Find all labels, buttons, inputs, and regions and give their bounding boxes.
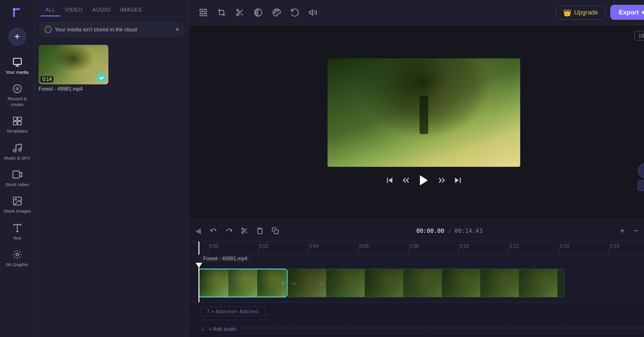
sidebar-item-graphics[interactable]: 08 Graphic [1,245,34,271]
delete-button[interactable] [252,224,267,238]
info-icon [44,26,52,33]
sidebar-item-graphics-label: 08 Graphic [6,262,28,267]
rotate-button[interactable] [286,4,303,21]
preview-right-controls: ? ▾ [638,163,644,191]
crop-button[interactable] [213,4,230,21]
tree-trunk-shape [420,95,428,134]
svg-rect-16 [200,9,202,12]
audio-button[interactable] [304,4,322,21]
upgrade-button[interactable]: 👑 Upgrade [556,5,605,20]
timeline-collapse-button[interactable]: ◀ [193,226,203,236]
skip-start-icon [384,175,395,186]
play-icon [417,174,431,187]
upgrade-label: Upgrade [574,9,598,16]
zoom-in-button[interactable]: + [617,225,628,237]
tab-video[interactable]: VIDEO [60,4,88,16]
video-preview [328,58,520,167]
media-item[interactable]: 0:14 Forest - 49981.mp4 [39,45,108,92]
sidebar-item-stock-video[interactable]: Stock video [1,165,34,191]
play-button[interactable] [417,174,431,187]
add-media-button[interactable]: + [9,28,26,45]
ruler-mark-6: 0:06 [358,243,408,253]
copy-button[interactable] [268,224,282,238]
sidebar-item-music-sfx[interactable]: Music & SFX [1,139,34,164]
cut-button[interactable] [237,224,251,238]
svg-point-31 [241,228,243,230]
sidebar-item-record-create[interactable]: Record &create [1,80,34,111]
rewind-icon [401,175,411,186]
undo-button[interactable] [206,224,221,238]
undo-icon [210,227,217,234]
svg-point-26 [274,12,275,13]
contrast-icon [254,8,263,17]
rewind-5s-button[interactable] [401,175,411,186]
sidebar-item-templates[interactable]: Templates [1,112,34,137]
color-icon [272,8,281,17]
svg-point-20 [237,9,239,12]
sidebar: + Your media Record &create Templates [0,0,35,337]
svg-point-9 [13,149,16,152]
forest-preview-image [328,58,520,167]
tab-all[interactable]: ALL [40,4,60,16]
video-clip-extended[interactable]: ♪♪ ♫ [288,269,565,297]
svg-line-34 [245,231,247,233]
video-clip-selected[interactable]: ♪♪ ♫ [198,269,288,297]
svg-rect-2 [13,58,21,65]
color-button[interactable] [268,4,285,21]
svg-rect-36 [274,230,278,234]
skip-to-end-button[interactable] [453,175,463,186]
rotate-icon [290,8,299,17]
sidebar-item-music-sfx-label: Music & SFX [4,155,30,161]
forward-icon [436,175,447,186]
help-button[interactable]: ? [638,163,644,178]
chevron-down-icon: ▾ [176,26,179,33]
tab-images[interactable]: IMAGES [115,4,147,16]
export-label: Export [619,9,639,16]
audio-track-row: ♫ + Add audio [189,320,644,337]
ruler-mark-2: 0:02 [258,243,308,253]
ruler-mark-16: 0:16 [609,243,644,253]
cloud-storage-banner[interactable]: Your media isn't stored in the cloud ▾ [39,22,184,37]
track-area: 0:00 0:02 0:04 0:06 [189,242,644,337]
svg-marker-29 [310,10,313,15]
sidebar-item-your-media-label: Your media [6,69,29,75]
sidebar-item-stock-images-label: Stock images [3,208,31,214]
ext-thumb-3 [365,269,404,297]
time-separator: / [447,228,454,234]
collapse-panel-button[interactable]: ▾ [638,180,644,191]
svg-point-13 [15,199,16,201]
ext-thumb-5 [442,269,481,297]
svg-point-28 [277,10,278,11]
svg-line-23 [241,13,243,15]
ext-audio-wave: ♫ [319,280,323,286]
main-area: 👑 Upgrade Export ▾ 16:9 [189,0,644,337]
contrast-button[interactable] [250,4,267,21]
sidebar-item-text[interactable]: Text [1,219,34,244]
trim-button[interactable] [231,4,249,21]
svg-line-24 [238,11,240,13]
crop-icon [217,8,226,17]
redo-button[interactable] [222,224,236,238]
aspect-ratio-badge[interactable]: 16:9 [634,31,644,40]
grid-icon [199,8,208,17]
tab-audio[interactable]: AUDIO [88,4,115,16]
skip-to-start-button[interactable] [384,175,395,186]
svg-point-14 [16,253,19,256]
svg-rect-1 [13,8,15,10]
zoom-out-button[interactable]: − [630,225,642,237]
svg-point-10 [18,148,21,151]
video-track-row: Forest - 49981.mp4 ♪♪ [189,255,644,302]
media-filename: Forest - 49981.mp4 [39,86,108,92]
add-audio-button[interactable]: + Add audio [209,326,237,332]
add-text-button[interactable]: T + Add text+ Add text [200,307,265,316]
grid-view-button[interactable] [195,4,212,21]
track-clips: ♪♪ ♫ ♪♪ ♫ [198,264,644,302]
export-button[interactable]: Export ▾ [610,5,644,20]
time-display: 00:00.00 / 00:14.43 [416,228,482,234]
sidebar-item-your-media[interactable]: Your media [1,53,34,79]
media-grid: 0:14 Forest - 49981.mp4 [35,41,188,95]
media-duration: 0:14 [40,76,53,82]
skip-end-icon [453,175,463,186]
sidebar-item-stock-images[interactable]: Stock images [1,192,34,217]
forward-5s-button[interactable] [436,175,447,186]
